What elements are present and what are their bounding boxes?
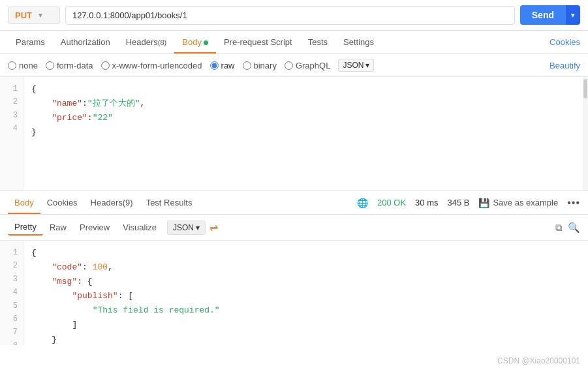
request-line-numbers: 1 2 3 4	[0, 77, 23, 191]
tab-params[interactable]: Params	[8, 31, 53, 54]
option-urlencoded[interactable]: x-www-form-urlencoded	[101, 61, 202, 70]
res-tab-cookies[interactable]: Cookies	[40, 191, 84, 214]
tab-authorization[interactable]: Authorization	[53, 31, 118, 54]
res-line-3: "msg": {	[31, 275, 580, 289]
response-tabs-row: Body Cookies Headers(9) Test Results 🌐 2…	[0, 191, 588, 215]
req-line-2: "name":"拉了个大的",	[31, 97, 575, 111]
scrollbar-thumb	[583, 79, 587, 99]
request-code-content[interactable]: { "name":"拉了个大的", "price":"22" }	[23, 77, 583, 191]
format-pretty[interactable]: Pretty	[8, 219, 43, 236]
method-chevron: ▼	[37, 12, 44, 19]
cookies-link[interactable]: Cookies	[549, 37, 580, 47]
send-arrow-button[interactable]: ▾	[566, 5, 580, 25]
req-line-3: "price":"22"	[31, 111, 575, 125]
response-code-content[interactable]: { "code": 100, "msg": { "publish": [ "Th…	[23, 241, 588, 345]
res-line-5: "This field is required."	[31, 303, 580, 318]
format-preview[interactable]: Preview	[73, 220, 116, 235]
save-icon: 💾	[478, 198, 489, 208]
option-raw[interactable]: raw	[210, 61, 235, 70]
response-size: 345 B	[447, 198, 469, 207]
send-button[interactable]: Send	[520, 5, 566, 25]
json-chevron: ▾	[365, 61, 369, 70]
res-line-6: ]	[31, 318, 580, 332]
beautify-button[interactable]: Beautify	[549, 61, 580, 70]
option-binary[interactable]: binary	[243, 61, 277, 70]
url-input[interactable]	[65, 6, 515, 25]
request-tabs: Params Authorization Headers(8) Body Pre…	[0, 31, 588, 54]
tab-headers[interactable]: Headers(8)	[118, 31, 175, 54]
option-graphql[interactable]: GraphQL	[285, 61, 330, 70]
wrap-icon[interactable]: ⇌	[209, 221, 218, 234]
response-editor: 1 2 3 4 5 6 7 8 { "code": 100, "msg": { …	[0, 241, 588, 345]
globe-icon: 🌐	[357, 198, 368, 208]
tab-body[interactable]: Body	[174, 31, 216, 54]
more-button[interactable]: •••	[567, 197, 580, 209]
res-tab-headers[interactable]: Headers(9)	[84, 191, 140, 214]
headers-badge: (8)	[158, 38, 166, 46]
format-visualize[interactable]: Visualize	[116, 220, 163, 235]
url-bar: PUT ▼ Send ▾	[0, 0, 588, 31]
res-json-select[interactable]: JSON ▾	[167, 221, 206, 235]
tab-tests[interactable]: Tests	[300, 31, 335, 54]
request-editor: 1 2 3 4 { "name":"拉了个大的", "price":"22" }	[0, 77, 588, 191]
format-raw[interactable]: Raw	[43, 220, 73, 235]
res-line-2: "code": 100,	[31, 260, 580, 275]
method-label: PUT	[15, 10, 32, 20]
res-line-numbers: 1 2 3 4 5 6 7 8	[0, 241, 23, 345]
req-line-4: }	[31, 125, 575, 140]
method-select[interactable]: PUT ▼	[8, 7, 60, 24]
tab-settings[interactable]: Settings	[335, 31, 382, 54]
watermark: CSDN @Xiao20000101	[497, 356, 580, 365]
res-line-1: {	[31, 246, 580, 260]
send-btn-group: Send ▾	[520, 5, 580, 25]
response-status: 🌐 200 OK 30 ms 345 B 💾 Save as example •…	[357, 197, 580, 209]
body-dot	[204, 40, 208, 45]
res-line-7: }	[31, 333, 580, 345]
res-tab-body[interactable]: Body	[8, 191, 40, 214]
tab-pre-request[interactable]: Pre-request Script	[216, 31, 300, 54]
response-format-row: Pretty Raw Preview Visualize JSON ▾ ⇌ ⧉ …	[0, 215, 588, 241]
json-format-select[interactable]: JSON ▾	[338, 59, 374, 72]
save-as-example[interactable]: 💾 Save as example	[478, 198, 558, 208]
res-json-chevron: ▾	[196, 223, 200, 232]
response-time: 30 ms	[415, 198, 438, 207]
body-options: none form-data x-www-form-urlencoded raw…	[0, 54, 588, 77]
res-tab-test-results[interactable]: Test Results	[140, 191, 199, 214]
res-line-4: "publish": [	[31, 289, 580, 303]
status-code: 200 OK	[377, 198, 406, 207]
search-icon[interactable]: 🔍	[568, 222, 580, 234]
editor-scrollbar[interactable]	[583, 77, 588, 191]
option-none[interactable]: none	[8, 61, 38, 70]
res-headers-badge: (9)	[123, 198, 133, 207]
copy-icon[interactable]: ⧉	[555, 222, 563, 234]
option-form-data[interactable]: form-data	[46, 61, 93, 70]
req-line-1: {	[31, 82, 575, 97]
